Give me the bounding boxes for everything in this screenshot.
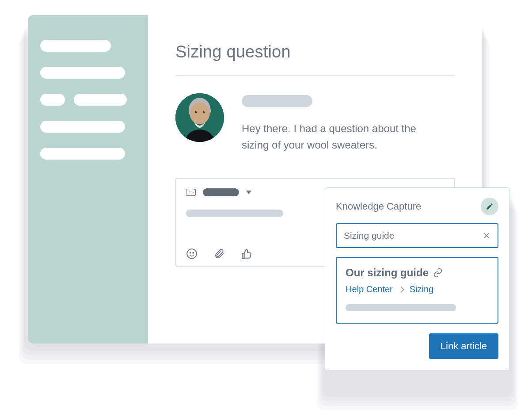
svg-point-4 xyxy=(187,249,197,259)
sidebar xyxy=(28,15,148,344)
search-value: Sizing guide xyxy=(344,230,394,241)
avatar xyxy=(175,93,224,142)
panel-title: Knowledge Capture xyxy=(336,201,421,212)
close-icon xyxy=(483,232,490,240)
pencil-icon xyxy=(486,202,494,210)
sidebar-item[interactable] xyxy=(40,67,125,79)
chevron-right-icon xyxy=(398,286,404,292)
result-breadcrumbs: Help Center Sizing xyxy=(346,284,489,294)
sidebar-item[interactable] xyxy=(40,94,136,106)
knowledge-capture-panel: Knowledge Capture Sizing guide Our sizin… xyxy=(325,187,509,371)
search-result[interactable]: Our sizing guide Help Center Sizing xyxy=(336,257,498,324)
mail-icon xyxy=(186,189,196,196)
search-input[interactable]: Sizing guide xyxy=(336,223,498,248)
attachment-icon[interactable] xyxy=(213,248,225,260)
customer-message: Hey there. I had a question about the si… xyxy=(175,93,455,153)
breadcrumb-link[interactable]: Sizing xyxy=(410,284,433,294)
clear-search-button[interactable] xyxy=(483,232,490,240)
emoji-icon[interactable] xyxy=(186,248,198,260)
svg-point-5 xyxy=(190,252,191,253)
svg-point-6 xyxy=(193,252,194,253)
ticket-title: Sizing question xyxy=(175,42,455,76)
link-article-button[interactable]: Link article xyxy=(429,333,498,359)
thumbs-up-icon[interactable] xyxy=(241,248,252,260)
svg-point-2 xyxy=(195,111,197,114)
result-excerpt-placeholder xyxy=(346,304,456,311)
sidebar-item[interactable] xyxy=(40,40,111,52)
reply-type-chip[interactable] xyxy=(203,188,239,196)
sidebar-item[interactable] xyxy=(40,148,125,160)
message-text: Hey there. I had a question about the si… xyxy=(242,120,436,153)
sidebar-item[interactable] xyxy=(40,121,125,133)
result-title: Our sizing guide xyxy=(346,267,429,279)
chevron-down-icon[interactable] xyxy=(246,191,251,194)
svg-point-3 xyxy=(203,111,205,114)
customer-name-placeholder xyxy=(242,95,312,107)
edit-button[interactable] xyxy=(481,198,498,215)
link-icon xyxy=(433,268,443,278)
composer-placeholder xyxy=(186,210,283,217)
breadcrumb-link[interactable]: Help Center xyxy=(346,284,393,294)
